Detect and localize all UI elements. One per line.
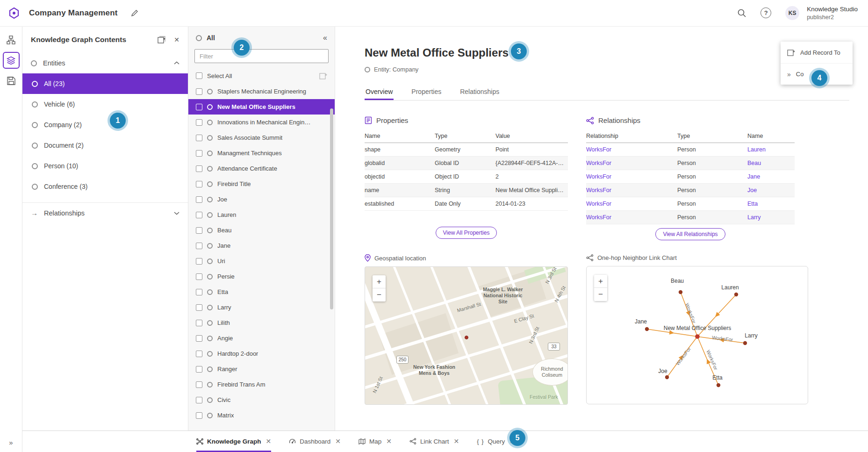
entity-filter-conference[interactable]: Conference (3) xyxy=(22,176,188,197)
list-item[interactable]: Matrix xyxy=(188,408,335,423)
entity-filter-person[interactable]: Person (10) xyxy=(22,156,188,176)
entity-link[interactable]: Beau xyxy=(747,160,761,166)
entity-filter-vehicle[interactable]: Vehicle (6) xyxy=(22,94,188,115)
tab-dashboard[interactable]: Dashboard ✕ xyxy=(289,431,341,452)
relationship-link[interactable]: WorksFor xyxy=(586,146,611,153)
tab-properties[interactable]: Properties xyxy=(410,88,442,100)
tab-overview[interactable]: Overview xyxy=(365,88,394,100)
node-label[interactable]: Larry xyxy=(745,332,757,339)
link-chart-canvas[interactable]: Beau Lauren Jane Larry Joe Etta New Meta… xyxy=(586,266,808,404)
zoom-in-button[interactable]: + xyxy=(373,275,386,288)
relationship-link[interactable]: WorksFor xyxy=(586,187,611,194)
entity-filter-company[interactable]: Company (2) xyxy=(22,115,188,135)
list-item[interactable]: Larry xyxy=(188,300,335,315)
list-item[interactable]: Beau xyxy=(188,222,335,238)
close-panel-icon[interactable]: ✕ xyxy=(174,36,179,43)
relationship-link[interactable]: WorksFor xyxy=(586,173,611,180)
entity-link[interactable]: Jane xyxy=(747,173,760,180)
checkbox[interactable] xyxy=(196,88,202,95)
tab-link-chart[interactable]: Link Chart ✕ xyxy=(409,431,459,452)
save-icon[interactable] xyxy=(3,72,20,89)
menu-item-add-record-to[interactable]: Add Record To xyxy=(781,42,853,63)
checkbox[interactable] xyxy=(196,289,202,295)
checkbox[interactable] xyxy=(196,366,202,373)
list-item[interactable]: Jane xyxy=(188,238,335,253)
expand-rail-icon[interactable]: » xyxy=(9,438,13,446)
relationships-section-header[interactable]: → Relationships xyxy=(22,202,188,223)
list-item[interactable]: Lauren xyxy=(188,207,335,222)
checkbox[interactable] xyxy=(196,258,202,265)
list-item[interactable]: Innovations in Mechanical Engin… xyxy=(188,115,335,130)
node-label[interactable]: Lauren xyxy=(721,284,739,291)
checkbox[interactable] xyxy=(196,351,202,357)
new-window-icon[interactable] xyxy=(158,36,165,43)
node-label[interactable]: Etta xyxy=(712,374,722,381)
list-item[interactable]: Persie xyxy=(188,269,335,284)
list-item[interactable]: Firebird Trans Am xyxy=(188,377,335,392)
list-item[interactable]: Staplers Mechanical Engineering xyxy=(188,84,335,99)
list-item[interactable]: Uri xyxy=(188,253,335,269)
list-item[interactable]: Sales Associate Summit xyxy=(188,130,335,145)
location-marker[interactable] xyxy=(465,336,468,339)
list-item[interactable]: Joe xyxy=(188,192,335,207)
zoom-out-button[interactable]: − xyxy=(373,288,386,301)
checkbox[interactable] xyxy=(196,381,202,388)
list-item[interactable]: Etta xyxy=(188,284,335,300)
list-item[interactable]: Angie xyxy=(188,330,335,346)
tab-relationships[interactable]: Relationships xyxy=(459,88,500,100)
add-selection-icon[interactable] xyxy=(319,72,327,79)
checkbox[interactable] xyxy=(196,119,202,126)
checkbox[interactable] xyxy=(196,227,202,234)
relationship-link[interactable]: WorksFor xyxy=(586,214,611,221)
list-item[interactable]: Civic xyxy=(188,392,335,408)
close-tab-icon[interactable]: ✕ xyxy=(266,438,272,445)
edit-title-icon[interactable] xyxy=(131,9,138,17)
list-item-selected[interactable]: New Metal Office Suppliers xyxy=(188,99,335,115)
search-icon[interactable] xyxy=(737,8,746,18)
help-icon[interactable]: ? xyxy=(760,7,771,18)
entity-filter-all[interactable]: All (23) xyxy=(22,73,188,94)
schema-icon[interactable] xyxy=(3,31,20,48)
entity-link[interactable]: Joe xyxy=(747,187,757,194)
select-all-row[interactable]: Select All xyxy=(188,68,335,84)
checkbox[interactable] xyxy=(196,320,202,326)
list-item[interactable]: Firebird Title xyxy=(188,176,335,192)
avatar[interactable]: KS xyxy=(785,6,799,20)
entities-section-header[interactable]: Entities xyxy=(22,53,188,73)
checkbox[interactable] xyxy=(196,135,202,141)
relationship-link[interactable]: WorksFor xyxy=(586,201,611,207)
checkbox[interactable] xyxy=(196,397,202,403)
checkbox[interactable] xyxy=(196,304,202,311)
checkbox[interactable] xyxy=(196,104,202,110)
entity-link[interactable]: Larry xyxy=(747,214,760,221)
zoom-out-button[interactable]: − xyxy=(594,288,607,301)
view-all-relationships-button[interactable]: View All Relationships xyxy=(655,228,725,240)
close-tab-icon[interactable]: ✕ xyxy=(335,438,341,445)
map-canvas[interactable]: N 3rd St N 4th St Maggie L. Walker Natio… xyxy=(365,266,568,405)
node-label[interactable]: Beau xyxy=(671,278,684,284)
tab-query[interactable]: { } Query ✕ xyxy=(477,431,515,452)
select-all-checkbox[interactable] xyxy=(196,72,202,79)
entity-link[interactable]: Etta xyxy=(747,201,758,207)
filter-input[interactable] xyxy=(194,49,329,63)
zoom-in-button[interactable]: + xyxy=(594,275,607,288)
view-all-properties-button[interactable]: View All Properties xyxy=(436,227,497,239)
checkbox[interactable] xyxy=(196,412,202,419)
list-item[interactable]: Ranger xyxy=(188,361,335,377)
entity-filter-document[interactable]: Document (2) xyxy=(22,135,188,156)
checkbox[interactable] xyxy=(196,335,202,342)
collapse-panel-icon[interactable]: « xyxy=(323,34,327,42)
close-tab-icon[interactable]: ✕ xyxy=(386,438,392,445)
list-item[interactable]: Managment Techniques xyxy=(188,145,335,161)
list-item[interactable]: Lilith xyxy=(188,315,335,330)
center-node-label[interactable]: New Metal Office Suppliers xyxy=(664,325,732,331)
list-item[interactable]: Hardtop 2-door xyxy=(188,346,335,361)
app-logo-icon[interactable] xyxy=(7,6,22,21)
node-label[interactable]: Jane xyxy=(635,318,647,325)
list-item[interactable]: Attendance Certificate xyxy=(188,161,335,176)
checkbox[interactable] xyxy=(196,212,202,218)
checkbox[interactable] xyxy=(196,273,202,280)
close-tab-icon[interactable]: ✕ xyxy=(454,438,459,445)
contents-layers-icon[interactable] xyxy=(3,52,20,69)
checkbox[interactable] xyxy=(196,150,202,157)
